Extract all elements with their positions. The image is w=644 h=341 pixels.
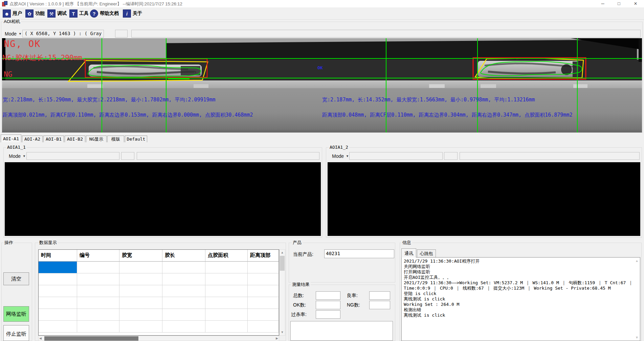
table-cell[interactable] — [205, 285, 248, 297]
table-cell[interactable] — [77, 297, 119, 309]
minimize-button[interactable]: ─ — [595, 0, 611, 7]
toolbar-button-about[interactable]: i 关于 — [123, 9, 142, 18]
table-hscrollbar[interactable]: ◀ ▶ — [38, 336, 279, 341]
table-cell[interactable] — [205, 262, 248, 273]
table-cell[interactable] — [119, 262, 162, 273]
scroll-up-icon[interactable]: ▲ — [280, 250, 285, 255]
log-line: 2021/7/29 11:36:30:AOI程序打开 — [404, 259, 638, 264]
scroll-left-icon[interactable]: ◀ — [39, 336, 42, 341]
table-cell[interactable] — [248, 297, 279, 309]
app-window: 点胶AOI [ Version : 1.0.0.9 ] 程序 【当前用户: En… — [0, 0, 644, 341]
tab-aoi-b2[interactable]: AOI-B2 — [65, 136, 85, 142]
app-icon — [2, 1, 7, 6]
subview-right-mode-dropdown[interactable]: Mode ▼ — [330, 152, 347, 160]
close-button[interactable]: × — [627, 0, 644, 7]
toolbar-button-user[interactable]: ☻ 用户 — [3, 9, 22, 18]
tab-comm[interactable]: 通讯 — [401, 248, 416, 258]
table-cell[interactable] — [77, 273, 119, 285]
table-cell[interactable] — [162, 273, 205, 285]
table-cell[interactable] — [162, 262, 205, 273]
table-cell[interactable] — [77, 309, 119, 321]
column-header-time[interactable]: 时间 — [39, 250, 77, 262]
table-cell[interactable] — [248, 285, 279, 297]
table-cell[interactable] — [39, 321, 77, 333]
right-measure-line1: 宽:2.187mm, 长:14.352mm, 最大胶宽:1.5663mm, 最小… — [322, 97, 535, 103]
comm-log[interactable]: 2021/7/29 11:36:30:AOI程序打开 关闭网络监听 打开网络监听… — [401, 257, 640, 341]
table-cell[interactable] — [205, 309, 248, 321]
table-vscrollbar[interactable]: ▲ ▼ — [279, 249, 285, 336]
network-listen-button[interactable]: 网络监听 — [3, 306, 29, 322]
scroll-thumb[interactable] — [44, 336, 138, 341]
column-header-top-distance[interactable]: 距离顶部 — [248, 250, 279, 262]
toolbar-button-help[interactable]: ? 帮助文档 — [90, 9, 119, 18]
scroll-up-icon[interactable]: ▲ — [635, 259, 639, 263]
toolbar-button-tools[interactable]: T 工具 — [69, 9, 89, 18]
camera-image[interactable]: NG, OK NG:胶体过长:15.290mm, NG OK 宽:2.218mm… — [2, 38, 642, 132]
ng-count-field — [369, 301, 390, 309]
table-cell[interactable] — [248, 309, 279, 321]
log-line: 关闭网络监听 — [404, 264, 638, 269]
table-cell[interactable] — [39, 309, 77, 321]
column-header-glue-length[interactable]: 胶长 — [162, 250, 205, 262]
tab-aoi-a2[interactable]: AOI-A2 — [22, 136, 43, 142]
overkill-field — [316, 310, 340, 319]
table-cell[interactable] — [119, 297, 162, 309]
table-cell[interactable] — [205, 273, 248, 285]
camera-info-field — [131, 30, 641, 38]
toolbar-button-debug[interactable]: ⚒ 调试 — [47, 9, 67, 18]
yield-label: 良率: — [347, 293, 358, 299]
log-line: 开启AOI监控工具。。。 — [404, 275, 638, 280]
table-cell[interactable] — [248, 262, 279, 273]
table-cell[interactable] — [39, 273, 77, 285]
table-cell[interactable] — [162, 285, 205, 297]
data-display-group-label: 数据显示 — [38, 240, 58, 245]
table-cell[interactable] — [162, 297, 205, 309]
chevron-down-icon: ▼ — [23, 154, 26, 158]
left-measure-line1: 宽:2.218mm, 长:15.290mm, 最大胶宽:2.2218mm, 最小… — [3, 97, 216, 103]
table-cell[interactable] — [77, 285, 119, 297]
toolbar-button-function[interactable]: ✿ 功能 — [25, 9, 45, 18]
tab-aoi-b1[interactable]: AOI-B1 — [43, 136, 64, 142]
current-product-field[interactable]: 40231 — [324, 249, 394, 258]
table-cell[interactable] — [248, 273, 279, 285]
table-cell[interactable] — [77, 262, 119, 273]
table-cell[interactable] — [162, 321, 205, 333]
table-cell[interactable] — [77, 321, 119, 333]
table-cell[interactable] — [119, 309, 162, 321]
table-cell[interactable] — [119, 321, 162, 333]
table-cell[interactable] — [205, 321, 248, 333]
table-cell[interactable] — [119, 273, 162, 285]
scroll-down-icon[interactable]: ▼ — [280, 330, 285, 335]
column-header-id[interactable]: 编号 — [77, 250, 119, 262]
table-cell[interactable] — [162, 309, 205, 321]
maximize-button[interactable]: □ — [611, 0, 627, 7]
table-cell[interactable] — [39, 285, 77, 297]
table-cell-selected[interactable] — [39, 262, 77, 273]
scroll-right-icon[interactable]: ▶ — [276, 336, 278, 341]
total-field — [316, 291, 340, 300]
table-row — [39, 321, 279, 333]
scroll-thumb[interactable] — [280, 256, 285, 271]
table-cell[interactable] — [205, 297, 248, 309]
subview-right-image[interactable] — [328, 162, 640, 236]
overkill-label: 过杀率: — [291, 312, 307, 318]
column-header-glue-width[interactable]: 胶宽 — [119, 250, 162, 262]
stop-listen-button[interactable]: 停止监听 — [3, 325, 29, 341]
tab-default[interactable]: Default — [125, 136, 147, 142]
info-icon: i — [123, 9, 131, 18]
table-row — [39, 297, 279, 309]
table-cell[interactable] — [248, 321, 279, 333]
subview-left-mode-dropdown[interactable]: Mode ▼ — [7, 152, 24, 160]
table-cell[interactable] — [119, 285, 162, 297]
tab-template[interactable]: 模版 — [107, 136, 124, 142]
subview-left-image[interactable] — [5, 162, 321, 236]
tab-ng-display[interactable]: NG显示 — [86, 136, 107, 142]
table-cell[interactable] — [39, 297, 77, 309]
scroll-down-icon[interactable]: ▼ — [635, 336, 639, 339]
tab-heartbeat[interactable]: 心跳包 — [417, 249, 436, 258]
column-header-glue-area[interactable]: 点胶面积 — [205, 250, 248, 262]
tab-aoi-a1[interactable]: AOI-A1 — [1, 135, 21, 142]
camera-mode-dropdown[interactable]: Mode ▼ — [3, 30, 21, 38]
ng-label-text: NG — [4, 70, 12, 78]
clear-button[interactable]: 清空 — [3, 272, 29, 285]
